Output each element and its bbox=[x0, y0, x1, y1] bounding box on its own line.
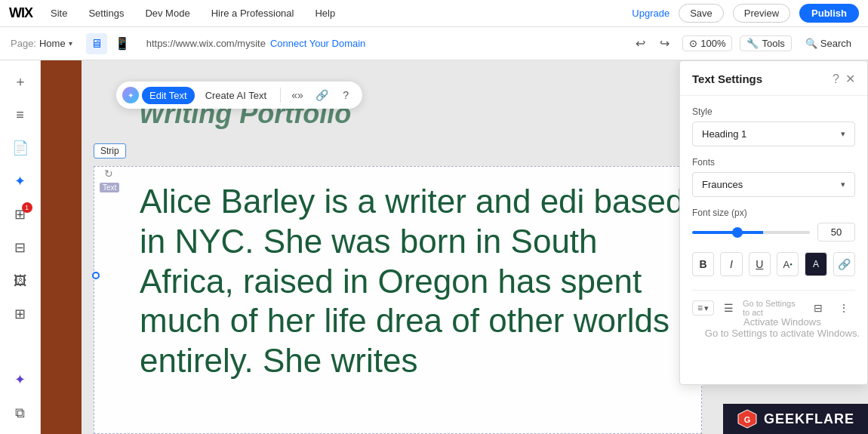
text-align-dropdown[interactable]: ≡ ▾ bbox=[692, 300, 714, 315]
menu-site[interactable]: Site bbox=[48, 6, 70, 20]
activate-text-inline: Go to Settings to act bbox=[743, 299, 804, 317]
text-editing-toolbar: ✦ Edit Text Create AI Text «» 🔗 ? bbox=[116, 82, 362, 109]
left-sidebar: ＋ ≡ 📄 ✦ ⊞ 1 ⊟ 🖼 ⊞ ✦ ⧉ bbox=[0, 60, 41, 434]
menu-settings[interactable]: Settings bbox=[85, 6, 127, 20]
upgrade-button[interactable]: Upgrade bbox=[632, 8, 669, 19]
fonts-label: Fonts bbox=[692, 157, 855, 168]
connect-domain-link[interactable]: Connect Your Domain bbox=[270, 38, 365, 49]
page-selector[interactable]: Page: Home ▾ bbox=[11, 38, 72, 49]
format-row: B I U A● A 🔗 bbox=[692, 252, 855, 276]
undo-button[interactable]: ↩ bbox=[629, 33, 651, 54]
align-row: ≡ ▾ ☰ Go to Settings to act ⊟ ⋮ bbox=[692, 290, 855, 318]
canvas-area: ✦ Edit Text Create AI Text «» 🔗 ? Writin… bbox=[41, 60, 868, 434]
search-button[interactable]: 🔍 Search bbox=[799, 36, 857, 51]
sidebar-design-icon[interactable]: ✦ bbox=[5, 166, 35, 196]
accent-bar bbox=[41, 60, 82, 434]
more-options-button[interactable]: ⋮ bbox=[833, 298, 855, 318]
align-left-icon: ≡ bbox=[697, 303, 703, 313]
sidebar-media-icon[interactable]: 🖼 bbox=[5, 266, 35, 296]
fonts-select[interactable]: Fraunces ▾ bbox=[692, 172, 855, 197]
publish-button[interactable]: Publish bbox=[799, 4, 859, 23]
page-label: Page: bbox=[11, 38, 36, 49]
main-text-content[interactable]: Alice Barley is a writer and edi based i… bbox=[94, 166, 702, 434]
tools-icon: 🔧 bbox=[746, 38, 759, 49]
resize-handle[interactable] bbox=[92, 272, 100, 279]
text-color-button[interactable]: A● bbox=[777, 252, 799, 276]
help-icon[interactable]: ? bbox=[335, 85, 356, 106]
wix-logo: WIX bbox=[9, 5, 32, 21]
save-button[interactable]: Save bbox=[679, 4, 724, 23]
sidebar-layers-icon[interactable]: ⧉ bbox=[5, 398, 35, 428]
toolbar-actions: ↩ ↪ ⊙ 100% 🔧 Tools 🔍 Search bbox=[629, 33, 857, 54]
zoom-button[interactable]: ⊙ 100% bbox=[682, 35, 732, 51]
panel-help-icon[interactable]: ? bbox=[833, 72, 839, 86]
align-chevron-icon: ▾ bbox=[704, 303, 709, 313]
menu-help[interactable]: Help bbox=[312, 6, 338, 20]
apps-badge: 1 bbox=[22, 202, 32, 213]
geekflare-bar: G GEEKFLARE bbox=[723, 404, 868, 434]
main-area: ＋ ≡ 📄 ✦ ⊞ 1 ⊟ 🖼 ⊞ ✦ ⧉ ✦ Edit Text Create… bbox=[0, 60, 868, 434]
font-size-input[interactable]: 50 bbox=[817, 223, 855, 242]
sidebar-sparkle-icon[interactable]: ✦ bbox=[5, 365, 35, 395]
sidebar-add-icon[interactable]: ＋ bbox=[5, 66, 35, 97]
menubar-right: Upgrade Save Preview Publish bbox=[632, 4, 859, 23]
page-chevron-icon[interactable]: ▾ bbox=[69, 39, 72, 48]
link-format-button[interactable]: 🔗 bbox=[833, 252, 855, 276]
menu-dev-mode[interactable]: Dev Mode bbox=[142, 6, 192, 20]
sidebar-widgets-icon[interactable]: ⊟ bbox=[5, 232, 35, 263]
zoom-circle-icon: ⊙ bbox=[689, 38, 697, 49]
edit-text-tab[interactable]: Edit Text bbox=[142, 87, 195, 104]
sidebar-layout-icon[interactable]: ⊞ bbox=[5, 299, 35, 329]
desktop-icon[interactable]: 🖥 bbox=[86, 33, 107, 54]
panel-title: Text Settings bbox=[692, 72, 762, 85]
geekflare-label: GEEKFLARE bbox=[764, 411, 854, 427]
toolbar-divider-1 bbox=[280, 88, 281, 103]
top-menubar: WIX Site Settings Dev Mode Hire a Profes… bbox=[0, 0, 868, 27]
strip-label[interactable]: Strip bbox=[94, 143, 126, 159]
highlight-button[interactable]: A bbox=[805, 252, 826, 276]
page-name: Home bbox=[39, 38, 66, 49]
style-field: Style Heading 1 ▾ bbox=[692, 106, 855, 146]
redo-button[interactable]: ↪ bbox=[654, 33, 675, 54]
fonts-field: Fonts Fraunces ▾ bbox=[692, 157, 855, 197]
font-size-slider[interactable] bbox=[692, 231, 810, 234]
fonts-chevron-icon: ▾ bbox=[841, 180, 845, 189]
panel-header: Text Settings ? ✕ bbox=[680, 61, 867, 96]
refresh-icon: ↻ bbox=[100, 165, 118, 183]
text-small-label: Text bbox=[100, 183, 119, 192]
menu-hire-professional[interactable]: Hire a Professional bbox=[208, 6, 297, 20]
link-icon[interactable]: 🔗 bbox=[311, 85, 332, 106]
ai-edit-group: ✦ Edit Text Create AI Text bbox=[122, 87, 274, 104]
geekflare-logo-icon: G bbox=[737, 408, 758, 429]
url-text: https://www.wix.com/mysite bbox=[146, 38, 266, 49]
tools-button[interactable]: 🔧 Tools bbox=[740, 35, 791, 51]
font-size-row: 50 bbox=[692, 223, 855, 242]
panel-close-icon[interactable]: ✕ bbox=[845, 72, 855, 86]
panel-body: Style Heading 1 ▾ Fonts Fraunces ▾ bbox=[680, 96, 867, 384]
italic-button[interactable]: I bbox=[720, 252, 742, 276]
ai-icon: ✦ bbox=[122, 87, 139, 103]
underline-button[interactable]: U bbox=[749, 252, 771, 276]
zoom-value: 100% bbox=[700, 38, 725, 49]
style-select[interactable]: Heading 1 ▾ bbox=[692, 122, 855, 146]
formatting-icon[interactable]: «» bbox=[287, 85, 308, 106]
device-icons: 🖥 📱 bbox=[86, 33, 133, 54]
mobile-icon[interactable]: 📱 bbox=[112, 33, 133, 54]
list-button[interactable]: ☰ bbox=[717, 298, 740, 318]
url-bar: https://www.wix.com/mysite Connect Your … bbox=[146, 38, 623, 49]
font-size-field: Font size (px) 50 bbox=[692, 208, 855, 242]
preview-button[interactable]: Preview bbox=[733, 4, 790, 23]
font-size-label: Font size (px) bbox=[692, 208, 855, 218]
style-chevron-icon: ▾ bbox=[841, 129, 845, 139]
sidebar-apps-icon[interactable]: ⊞ 1 bbox=[5, 199, 35, 229]
create-ai-tab[interactable]: Create AI Text bbox=[198, 87, 274, 104]
panel-header-icons: ? ✕ bbox=[833, 72, 855, 86]
secondary-toolbar: Page: Home ▾ 🖥 📱 https://www.wix.com/mys… bbox=[0, 27, 868, 60]
text-settings-panel: Text Settings ? ✕ Style Heading 1 ▾ F bbox=[679, 60, 868, 385]
style-label: Style bbox=[692, 106, 855, 117]
bold-button[interactable]: B bbox=[692, 252, 714, 276]
search-icon: 🔍 bbox=[805, 38, 817, 49]
indent-button[interactable]: ⊟ bbox=[807, 298, 830, 318]
sidebar-menu-icon[interactable]: ≡ bbox=[5, 100, 35, 130]
sidebar-pages-icon[interactable]: 📄 bbox=[5, 133, 35, 163]
